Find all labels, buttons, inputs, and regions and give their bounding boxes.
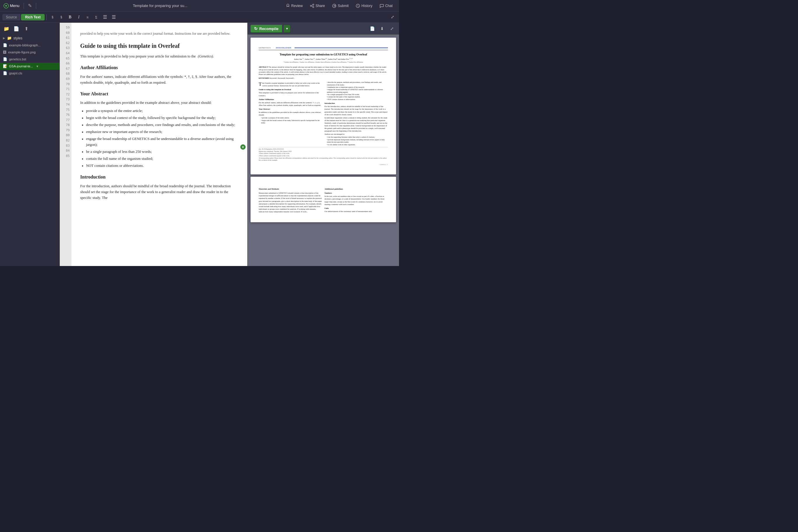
scroll-down-arrow[interactable]: ▼ [240, 145, 246, 150]
pdf-materials-text: Manuscripts submitted to GENETICS should… [259, 192, 322, 213]
rich-text-tab[interactable]: Rich Text [21, 14, 45, 20]
list-button2[interactable]: ☰ [110, 13, 118, 21]
source-tab[interactable]: Source [2, 14, 20, 20]
pdf-col1-abstract-intro: In addition to the guidelines provided i… [259, 111, 322, 116]
pdf-header-sep: | [273, 46, 273, 49]
sidebar-toolbar: 📁 📄 ⬆ [0, 23, 59, 34]
pdf-col2-cite3: • to cite similar work in other organism… [327, 144, 388, 146]
preview-file-icon[interactable]: 📄 [368, 24, 376, 33]
recompile-icon: ↻ [254, 26, 258, 31]
chat-label: Chat [385, 4, 393, 8]
bold-button[interactable]: B [66, 13, 74, 21]
recompile-dropdown[interactable]: ▾ [284, 25, 290, 32]
menu-label[interactable]: Menu [10, 3, 20, 8]
abstract-heading: Your Abstract [80, 90, 238, 98]
abstract-bullet-list: provide a synopsis of the entire article… [86, 108, 238, 169]
file-icon: 📄 [3, 43, 7, 47]
pdf-page-num1: Genetics | 1 [259, 163, 388, 166]
abstract-bullet-7: contain the full name of the organism st… [86, 156, 238, 162]
sidebar-item-label: GSA-journal-te... [9, 64, 33, 68]
affiliations-body: For the authors' names, indicate differe… [80, 74, 238, 86]
chat-icon [379, 3, 384, 8]
review-button[interactable]: Review [283, 2, 306, 10]
pdf-keywords-label: KEYWORDS [259, 77, 269, 79]
pdf-units-heading: Units [325, 207, 388, 209]
recompile-label: Recompile [259, 26, 279, 31]
pdf-equal2: 2These authors contributed equally to th… [259, 155, 388, 157]
pdf-page2-col1: Materials and Methods Manuscripts submit… [259, 187, 322, 213]
pdf-col2-intro-heading: Introduction [325, 102, 388, 104]
editor-content[interactable]: provided to help you write your work in … [72, 23, 247, 266]
pdf-equal1: 1These authors contributed equally to th… [259, 153, 388, 155]
sidebar-item-gsajnl[interactable]: 📄 gsajnl.cls [0, 70, 59, 77]
sidebar-item-label: example-bibliograph... [9, 43, 40, 47]
document-title: Template for preparing your su... [40, 3, 280, 8]
pdf-brand: GENETICS [259, 46, 271, 49]
chat-button[interactable]: Chat [377, 2, 396, 10]
sidebar-item-figure[interactable]: 🖼 example-figure.png [0, 49, 59, 56]
pdf-title-section: Template for preparing your submission t… [259, 53, 388, 63]
pdf-col2-bullet2: • emphasize new or important aspects of … [327, 86, 388, 88]
pdf-doi: doi: 10.1534/genetics.XXX.XXXXXX [259, 148, 388, 151]
pdf-col2-bullet5: • contain the full name of the organism … [327, 96, 388, 98]
pdf-col2-cite1: • cite the supporting literature rather … [327, 136, 388, 138]
sidebar-item-bibliography[interactable]: 📄 example-bibliograph... [0, 42, 59, 49]
section-button1[interactable]: § [49, 13, 57, 21]
pdf-col1-bullet2: • begin with the broad context of the st… [261, 119, 322, 124]
top-bar-actions: Review Share Submit History Chat [283, 2, 396, 10]
pdf-keywords-values: Keyword1; Keyword2; Keyword3... [269, 77, 295, 79]
abstract-bullet-3: describe the purpose, methods and proced… [86, 122, 238, 128]
italic-button[interactable]: I [75, 13, 83, 21]
pdf-col2-authors-encouraged: Authors are encouraged to [325, 133, 388, 135]
sidebar-item-styles[interactable]: ▶ 📁 styles [0, 34, 59, 42]
preview-content[interactable]: GENETICS | INVESTIGATION Template for pr… [248, 35, 399, 266]
share-label: Share [316, 4, 325, 8]
pdf-header-rule [294, 48, 388, 48]
pdf-col2: • describe the purpose, methods and proc… [325, 81, 388, 146]
pdf-col2-bullet3: • engage the broad readership of GENETIC… [327, 88, 388, 93]
sidebar-add-file[interactable]: 📄 [12, 24, 20, 33]
share-icon [310, 3, 315, 8]
intro-heading: Introduction [80, 173, 238, 181]
overleaf-icon [3, 3, 9, 8]
pdf-page2-col2: Additional guidelines Numbers In the tex… [325, 187, 388, 213]
submit-button[interactable]: Submit [329, 2, 352, 10]
pdf-col2-bullet1: • describe the purpose, methods and proc… [327, 81, 388, 86]
recompile-button[interactable]: ↻ Recompile [250, 25, 282, 32]
sidebar-add-folder[interactable]: 📁 [2, 24, 11, 33]
pdf-col2-bullet4: • be a single paragraph of less than 250… [327, 93, 388, 96]
sigma-button[interactable]: Σ [92, 13, 100, 21]
tex-icon: 📝 [3, 64, 7, 68]
pdf-abstract: ABSTRACT The abstract should be written … [259, 66, 388, 76]
expand-button[interactable]: ⤢ [388, 13, 397, 21]
list-button1[interactable]: ☰ [101, 13, 109, 21]
sidebar-item-gsa-journal[interactable]: 📝 GSA-journal-te... ▼ [0, 63, 59, 70]
history-label: History [361, 4, 372, 8]
pdf-col2-intro-text2: In individual organisms where a mutant i… [325, 116, 388, 132]
chevron-right-icon: ▶ [3, 36, 5, 40]
toolbar: Source Rich Text § § B I π Σ ☰ ☰ ⤢ [0, 12, 399, 23]
share-button[interactable]: Share [307, 2, 328, 10]
pdf-numbers-text: In the text, write out numbers nine or l… [325, 195, 388, 205]
pdf-col1-affiliations-heading: Author Affiliations [259, 98, 322, 101]
pi-button[interactable]: π [83, 13, 92, 21]
logo-area[interactable]: Menu [3, 3, 20, 8]
image-icon: 🖼 [3, 50, 6, 54]
history-button[interactable]: History [353, 2, 375, 10]
cursor-icon: ✎ [28, 3, 32, 8]
sidebar-upload[interactable]: ⬆ [22, 24, 30, 33]
section-button2[interactable]: § [57, 13, 65, 21]
abstract-intro: In addition to the guidelines provided i… [80, 100, 238, 106]
preview-fullscreen-icon[interactable]: ⤢ [388, 24, 396, 33]
guide-heading: Guide to using this template in Overleaf [80, 41, 238, 51]
pdf-page-header: GENETICS | INVESTIGATION [259, 46, 388, 50]
cls-icon: 📄 [3, 71, 7, 75]
sidebar-item-genetics-bst[interactable]: 📄 genetics.bst [0, 56, 59, 63]
pdf-main-title: Template for preparing your submission t… [259, 53, 388, 57]
pdf-page-1: GENETICS | INVESTIGATION Template for pr… [250, 38, 396, 174]
abstract-bullet-5: engage the broad readership of GENETICS … [86, 136, 238, 148]
pdf-page-2: Materials and Methods Manuscripts submit… [250, 177, 396, 222]
pdf-col1: This Genetics journal template is provid… [259, 81, 322, 146]
preview-download-icon[interactable]: ⬇ [378, 24, 386, 33]
svg-point-2 [310, 5, 311, 6]
